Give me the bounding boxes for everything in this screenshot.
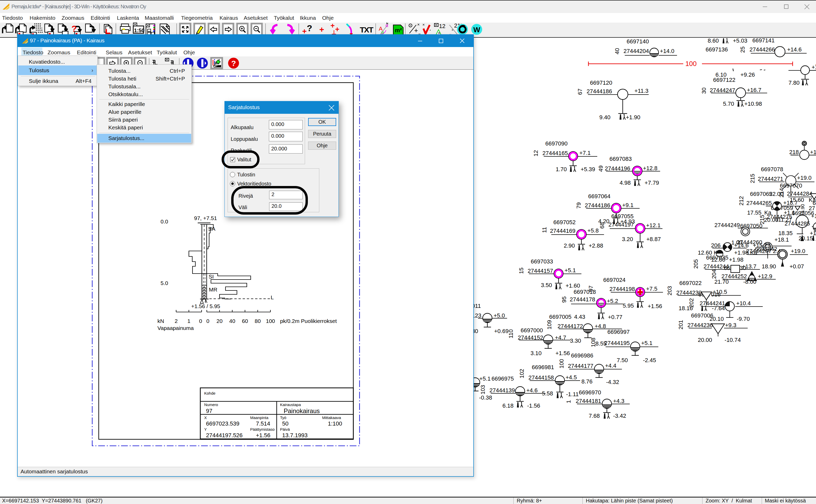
svg-text:+11.3: +11.3 bbox=[634, 88, 648, 94]
svg-text:6697122: 6697122 bbox=[713, 77, 735, 83]
svg-text:21.70: 21.70 bbox=[714, 278, 729, 285]
svg-text:27444177: 27444177 bbox=[568, 363, 593, 369]
svg-text:+1.56: +1.56 bbox=[256, 432, 270, 439]
svg-text:80: 80 bbox=[255, 318, 261, 324]
svg-text:27444247: 27444247 bbox=[710, 87, 735, 94]
svg-text:49: 49 bbox=[598, 165, 604, 172]
svg-text:7.50: 7.50 bbox=[617, 357, 628, 363]
svg-text:m²: m² bbox=[395, 27, 402, 34]
svg-text:+12.1: +12.1 bbox=[646, 222, 661, 229]
svg-text:kN: kN bbox=[157, 318, 164, 324]
svg-text:×: × bbox=[422, 22, 425, 27]
svg-text:0.0: 0.0 bbox=[161, 218, 168, 224]
svg-text:+1: +1 bbox=[810, 149, 816, 155]
svg-text:+5.2: +5.2 bbox=[607, 298, 618, 304]
svg-text:27444158: 27444158 bbox=[528, 374, 554, 381]
svg-text:Vapaapainuma: Vapaapainuma bbox=[157, 325, 194, 331]
svg-text:+5.0: +5.0 bbox=[494, 312, 505, 319]
svg-text:6697018: 6697018 bbox=[574, 289, 596, 295]
svg-text:50: 50 bbox=[282, 420, 288, 427]
svg-text:27444169: 27444169 bbox=[550, 228, 575, 234]
svg-text:1: 1 bbox=[565, 400, 572, 403]
svg-text:6697005: 6697005 bbox=[549, 314, 572, 320]
svg-text:20.00: 20.00 bbox=[764, 217, 778, 223]
svg-text:27444195: 27444195 bbox=[604, 340, 630, 346]
svg-text:27444271: 27444271 bbox=[758, 176, 783, 182]
svg-text:+5.1: +5.1 bbox=[479, 375, 490, 382]
svg-text:40: 40 bbox=[229, 318, 235, 324]
svg-text:215: 215 bbox=[749, 174, 756, 183]
svg-text:100: 100 bbox=[558, 359, 565, 369]
svg-text:13.7.1993: 13.7.1993 bbox=[282, 432, 308, 439]
svg-text:18.16: 18.16 bbox=[679, 305, 693, 311]
svg-text:60: 60 bbox=[242, 318, 248, 324]
svg-text:27444196: 27444196 bbox=[605, 165, 630, 172]
svg-text:110: 110 bbox=[508, 329, 514, 338]
svg-text:Numero: Numero bbox=[204, 402, 218, 407]
svg-text:6696986: 6696986 bbox=[571, 352, 593, 359]
svg-text:7.68: 7.68 bbox=[589, 413, 600, 419]
svg-text:Y: Y bbox=[204, 427, 207, 432]
svg-text:6697064: 6697064 bbox=[588, 193, 611, 200]
svg-text:?: ? bbox=[307, 23, 312, 33]
svg-text:206: 206 bbox=[711, 242, 721, 249]
svg-text:+7.79: +7.79 bbox=[645, 180, 659, 186]
svg-text:6697141: 6697141 bbox=[752, 37, 775, 44]
svg-text:+0.77: +0.77 bbox=[608, 314, 622, 320]
svg-text:+10.4: +10.4 bbox=[736, 300, 751, 307]
svg-text:3.20: 3.20 bbox=[622, 236, 633, 242]
svg-text:+12.8: +12.8 bbox=[643, 165, 658, 171]
svg-text:+1.56: +1.56 bbox=[555, 350, 570, 356]
svg-text:27444165: 27444165 bbox=[542, 150, 568, 156]
svg-text:-1.56: -1.56 bbox=[527, 402, 540, 409]
svg-text:20.15: 20.15 bbox=[799, 235, 813, 242]
svg-text:95: 95 bbox=[561, 296, 567, 303]
svg-text:+14.6: +14.6 bbox=[787, 46, 802, 53]
svg-text:6696975: 6696975 bbox=[492, 375, 514, 382]
svg-text:Työ: Työ bbox=[280, 415, 286, 420]
svg-text:9.40: 9.40 bbox=[599, 114, 611, 121]
svg-text:+18.1: +18.1 bbox=[774, 236, 789, 243]
svg-text:+1.56: +1.56 bbox=[648, 303, 662, 309]
svg-text:SI: SI bbox=[209, 274, 214, 280]
svg-text:6697136: 6697136 bbox=[706, 46, 728, 53]
svg-text:-0.38: -0.38 bbox=[479, 394, 492, 401]
svg-text:18.90: 18.90 bbox=[762, 263, 776, 270]
svg-text:6697052: 6697052 bbox=[553, 219, 576, 226]
svg-text:203: 203 bbox=[666, 286, 673, 296]
svg-text:Mittakaava: Mittakaava bbox=[322, 415, 341, 420]
svg-text:27444266: 27444266 bbox=[749, 46, 775, 53]
svg-text:Kohde: Kohde bbox=[204, 391, 215, 395]
svg-text:6697065: 6697065 bbox=[750, 191, 772, 197]
svg-text:L: L bbox=[271, 294, 274, 300]
svg-text:+8.87: +8.87 bbox=[646, 236, 661, 242]
svg-text:20.00: 20.00 bbox=[698, 337, 712, 343]
svg-text:+7.1: +7.1 bbox=[579, 150, 591, 156]
svg-text:6697083: 6697083 bbox=[609, 156, 632, 162]
svg-text:+5.1: +5.1 bbox=[641, 340, 652, 346]
svg-text:3.30: 3.30 bbox=[570, 337, 581, 344]
svg-text:0: 0 bbox=[206, 318, 209, 324]
svg-text:27444236: 27444236 bbox=[687, 322, 713, 328]
svg-text:27444197: 27444197 bbox=[608, 221, 634, 228]
svg-text:5.0: 5.0 bbox=[161, 280, 168, 286]
svg-text:+1.90: +1.90 bbox=[626, 114, 640, 121]
svg-text:6697140: 6697140 bbox=[627, 38, 649, 45]
svg-text:+1.56 / 5.95: +1.56 / 5.95 bbox=[191, 303, 220, 309]
svg-text:5.95: 5.95 bbox=[623, 302, 634, 309]
svg-text:+9.3: +9.3 bbox=[725, 322, 736, 328]
svg-text:+4.3: +4.3 bbox=[613, 398, 624, 404]
svg-text:+1.60: +1.60 bbox=[566, 282, 580, 289]
svg-text:20: 20 bbox=[216, 318, 222, 324]
svg-text:-4.32: -4.32 bbox=[606, 379, 619, 385]
svg-text:2.90: 2.90 bbox=[564, 242, 575, 249]
svg-text:-2.45: -2.45 bbox=[643, 357, 656, 363]
svg-text:27444186: 27444186 bbox=[585, 202, 610, 209]
svg-text:15.60: 15.60 bbox=[790, 197, 804, 203]
svg-text:4.98: 4.98 bbox=[620, 180, 631, 186]
svg-text:27444230: 27444230 bbox=[676, 289, 702, 296]
svg-text:+2.88: +2.88 bbox=[589, 242, 603, 249]
svg-text:212: 212 bbox=[738, 196, 745, 206]
svg-text:6696981: 6696981 bbox=[532, 364, 554, 370]
svg-text:6697000: 6697000 bbox=[521, 327, 543, 334]
